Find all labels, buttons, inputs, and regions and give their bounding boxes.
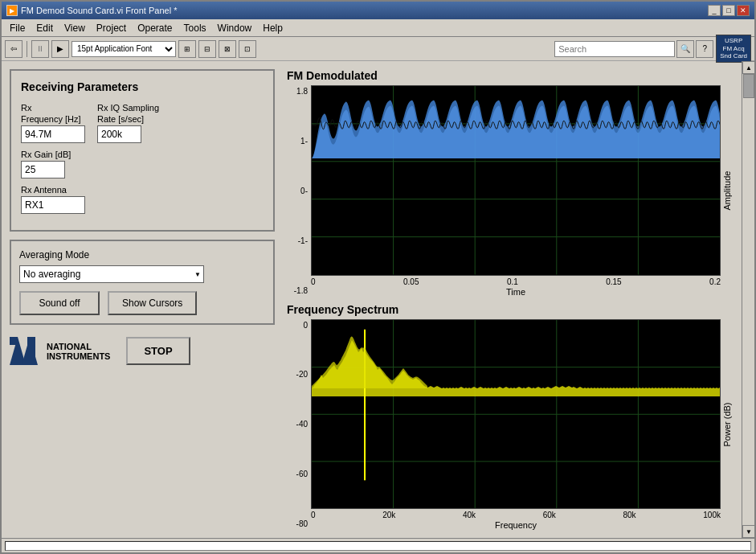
resize-button[interactable]: ⊠ bbox=[219, 40, 236, 58]
stop-button[interactable]: STOP bbox=[126, 337, 190, 365]
menu-file[interactable]: File bbox=[5, 21, 30, 35]
fm-chart-section: FM Demodulated 1.8 1- 0- -1- -1.8 bbox=[287, 69, 734, 297]
rx-iq-label2: Rate [s/sec] bbox=[97, 114, 159, 124]
averaging-select[interactable]: No averaging Moving average Exponential bbox=[19, 265, 204, 283]
scrollbar-track[interactable] bbox=[742, 74, 754, 525]
menu-help[interactable]: Help bbox=[258, 21, 288, 35]
usrp-badge: USRP FM Acq Snd Card bbox=[716, 35, 751, 63]
title-bar-controls: _ □ ✕ bbox=[708, 5, 750, 16]
action-buttons: Sound off Show Cursors bbox=[19, 291, 265, 315]
app-icon: ▶ bbox=[6, 5, 18, 16]
menu-project[interactable]: Project bbox=[92, 21, 131, 35]
rx-antenna-input[interactable] bbox=[21, 196, 85, 214]
fm-x-axis-labels: 0 0.05 0.1 0.15 0.2 bbox=[311, 276, 721, 286]
search-area: 🔍 ? bbox=[554, 40, 713, 58]
averaging-label: Averaging Mode bbox=[19, 249, 265, 261]
params-box: Receiving Parameters Rx Frequency [Hz] R… bbox=[10, 69, 275, 232]
rx-gain-label: Rx Gain [dB] bbox=[21, 150, 71, 159]
rx-freq-label2: Frequency [Hz] bbox=[21, 114, 85, 124]
menu-tools[interactable]: Tools bbox=[179, 21, 211, 35]
freq-chart-inner: 0 20k 40k 60k 80k 100k Frequency bbox=[311, 319, 721, 531]
gain-row: Rx Gain [dB] bbox=[21, 150, 264, 179]
run-cont-button[interactable]: ▶ bbox=[51, 40, 69, 58]
distribute-button[interactable]: ⊟ bbox=[198, 40, 216, 58]
freq-chart-title: Frequency Spectrum bbox=[287, 303, 734, 316]
freq-chart-svg bbox=[312, 320, 720, 509]
main-content: Receiving Parameters Rx Frequency [Hz] R… bbox=[2, 61, 754, 538]
main-window: ▶ FM Demod Sound Card.vi Front Panel * _… bbox=[0, 0, 756, 554]
right-scrollbar: ▲ ▼ bbox=[742, 61, 754, 538]
scrollbar-down-button[interactable]: ▼ bbox=[742, 525, 754, 538]
horizontal-scrollbar[interactable] bbox=[5, 541, 751, 551]
rx-antenna-group: Rx Antenna bbox=[21, 185, 85, 214]
fm-chart-title: FM Demodulated bbox=[287, 69, 734, 82]
close-button[interactable]: ✕ bbox=[737, 5, 750, 16]
rx-freq-label1: Rx bbox=[21, 103, 85, 113]
freq-x-axis-title: Frequency bbox=[311, 520, 721, 530]
maximize-button[interactable]: □ bbox=[722, 5, 735, 16]
averaging-box: Averaging Mode No averaging Moving avera… bbox=[10, 240, 275, 325]
fm-y-axis-label: Amplitude bbox=[721, 85, 734, 297]
ni-logo-area: NATIONAL INSTRUMENTS STOP bbox=[10, 337, 275, 365]
scrollbar-thumb[interactable] bbox=[743, 74, 754, 98]
fm-y-ticks: 1.8 1- 0- -1- -1.8 bbox=[287, 85, 311, 297]
fm-x-axis-title: Time bbox=[311, 287, 721, 297]
reorder-button[interactable]: ⊡ bbox=[239, 40, 256, 58]
search-input[interactable] bbox=[554, 41, 675, 57]
toolbar: ⇦ ⏸ ▶ 15pt Application Font ⊞ ⊟ ⊠ ⊡ 🔍 ? … bbox=[2, 37, 754, 61]
ni-logo: NATIONAL INSTRUMENTS bbox=[10, 337, 110, 365]
rx-freq-group: Rx Frequency [Hz] bbox=[21, 103, 85, 143]
title-bar-left: ▶ FM Demod Sound Card.vi Front Panel * bbox=[6, 5, 177, 16]
fm-chart-container: 1.8 1- 0- -1- -1.8 bbox=[287, 85, 734, 297]
rx-iq-group: Rx IQ Sampling Rate [s/sec] bbox=[97, 103, 159, 143]
window-title: FM Demod Sound Card.vi Front Panel * bbox=[21, 6, 177, 15]
minimize-button[interactable]: _ bbox=[708, 5, 721, 16]
status-bar bbox=[2, 538, 754, 552]
back-button[interactable]: ⇦ bbox=[5, 40, 22, 58]
help-button[interactable]: ? bbox=[696, 40, 713, 58]
right-panel: FM Demodulated 1.8 1- 0- -1- -1.8 bbox=[283, 61, 742, 538]
menu-view[interactable]: View bbox=[59, 21, 90, 35]
freq-chart-plot bbox=[311, 319, 721, 510]
scrollbar-up-button[interactable]: ▲ bbox=[742, 61, 754, 74]
rx-antenna-label: Rx Antenna bbox=[21, 185, 85, 195]
svg-rect-2 bbox=[27, 337, 35, 365]
rx-gain-group: Rx Gain [dB] bbox=[21, 150, 71, 179]
show-cursors-button[interactable]: Show Cursors bbox=[108, 291, 197, 315]
fm-chart-plot bbox=[311, 85, 721, 276]
align-button[interactable]: ⊞ bbox=[178, 40, 196, 58]
menu-operate[interactable]: Operate bbox=[133, 21, 177, 35]
freq-y-axis-label: Power (dB) bbox=[721, 319, 734, 531]
freq-chart-section: Frequency Spectrum 0 -20 -40 -60 -80 bbox=[287, 303, 734, 531]
rx-freq-input[interactable] bbox=[21, 125, 85, 143]
freq-x-axis-labels: 0 20k 40k 60k 80k 100k bbox=[311, 509, 721, 519]
params-title: Receiving Parameters bbox=[21, 80, 264, 93]
title-bar: ▶ FM Demod Sound Card.vi Front Panel * _… bbox=[2, 2, 754, 19]
menu-edit[interactable]: Edit bbox=[31, 21, 58, 35]
ni-logo-svg bbox=[10, 337, 42, 365]
toolbar-sep-1 bbox=[27, 41, 27, 57]
fm-chart-svg bbox=[312, 86, 720, 275]
averaging-select-wrapper: No averaging Moving average Exponential … bbox=[19, 265, 204, 283]
svg-rect-3 bbox=[10, 337, 18, 345]
fm-chart-inner: 0 0.05 0.1 0.15 0.2 Time bbox=[311, 85, 721, 297]
rx-gain-input[interactable] bbox=[21, 161, 65, 179]
rx-iq-input[interactable] bbox=[97, 125, 141, 143]
freq-row: Rx Frequency [Hz] Rx IQ Sampling Rate [s… bbox=[21, 103, 264, 143]
freq-chart-container: 0 -20 -40 -60 -80 bbox=[287, 319, 734, 531]
sound-off-button[interactable]: Sound off bbox=[19, 291, 100, 315]
ni-logo-text: NATIONAL INSTRUMENTS bbox=[47, 342, 110, 361]
antenna-row: Rx Antenna bbox=[21, 185, 264, 214]
freq-y-ticks: 0 -20 -40 -60 -80 bbox=[287, 319, 311, 531]
menu-bar: File Edit View Project Operate Tools Win… bbox=[2, 19, 754, 37]
search-button[interactable]: 🔍 bbox=[676, 40, 694, 58]
font-select[interactable]: 15pt Application Font bbox=[72, 41, 176, 57]
left-panel: Receiving Parameters Rx Frequency [Hz] R… bbox=[2, 61, 283, 538]
menu-window[interactable]: Window bbox=[213, 21, 257, 35]
rx-iq-label1: Rx IQ Sampling bbox=[97, 103, 159, 113]
run-button[interactable]: ⏸ bbox=[31, 40, 49, 58]
